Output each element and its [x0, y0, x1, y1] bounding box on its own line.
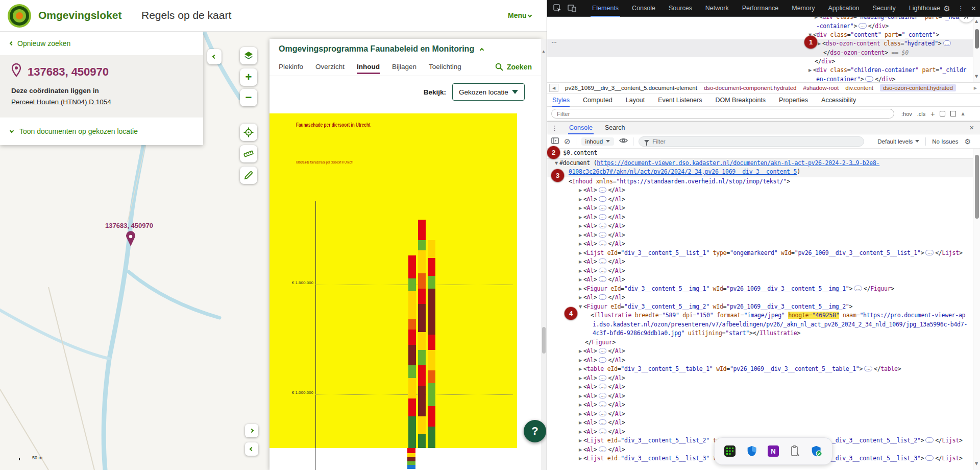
draw-button[interactable]: [240, 167, 257, 184]
console-row[interactable]: ▶<Al>…</Al>: [547, 293, 973, 302]
styles-tab-event-listeners[interactable]: Event Listeners: [658, 93, 702, 107]
menu-button[interactable]: Menu: [508, 11, 531, 19]
zoom-in-button[interactable]: +: [240, 68, 257, 86]
pan-right-button[interactable]: [245, 424, 258, 437]
more-tabs-button[interactable]: »: [933, 5, 936, 12]
kebab-menu-icon[interactable]: ⋮: [958, 5, 964, 12]
back-to-search-link[interactable]: Opnieuw zoeken: [0, 32, 203, 55]
devtools-tab-application[interactable]: Application: [821, 0, 866, 17]
devtools-tab-security[interactable]: Security: [866, 0, 902, 17]
elements-tree-row[interactable]: ▶<div class="heading-container" part="_h…: [547, 17, 980, 22]
locate-button[interactable]: [240, 124, 257, 141]
console-scrollbar[interactable]: ▼: [973, 149, 980, 470]
elements-tree-row[interactable]: </div>: [547, 57, 980, 66]
inspect-element-icon[interactable]: [553, 4, 561, 12]
console-row[interactable]: ▶<Al>…</Al>: [547, 257, 973, 267]
console-context-selector[interactable]: inhoud: [581, 137, 615, 146]
styles-tab-styles[interactable]: Styles: [552, 93, 570, 107]
console-row[interactable]: <Inhoud xmlns="https://standaarden.overh…: [547, 177, 973, 186]
console-filter-input[interactable]: [652, 138, 859, 145]
console-row[interactable]: ▶<Al>…</Al>: [547, 240, 973, 249]
measure-button[interactable]: [240, 145, 257, 162]
new-style-rule-button[interactable]: +: [930, 110, 935, 118]
console-settings-gear-icon[interactable]: ⚙: [964, 137, 971, 146]
parcel-link[interactable]: Perceel Houten (HTN04) D 1054: [11, 98, 111, 106]
scroll-up-arrow[interactable]: ▲: [961, 111, 964, 116]
breadcrumb-item[interactable]: pv26_1069__div_3__content_5.document-ele…: [565, 85, 697, 91]
crumb-scroll-left-icon[interactable]: ◀: [549, 84, 558, 92]
console-row[interactable]: ▶<Al>…</Al>: [547, 418, 973, 428]
help-button[interactable]: ?: [524, 420, 546, 442]
console-row[interactable]: ▶<Figuur eId="div_3__content_5__img_1" w…: [547, 285, 973, 294]
scrollbar-thumb[interactable]: [542, 327, 546, 354]
console-row[interactable]: ▶<Al>…</Al>: [547, 347, 973, 356]
console-row[interactable]: ▶<Al>…</Al>: [547, 356, 973, 365]
close-devtools-icon[interactable]: ×: [971, 4, 976, 13]
crumb-scroll-right-icon[interactable]: ▶: [974, 86, 977, 90]
extension-grid-icon[interactable]: [724, 445, 736, 457]
console-row[interactable]: ▶<Lijst eId="div_3__content_5__list_1" t…: [547, 249, 973, 258]
console-row[interactable]: ▶<Al>…</Al>: [547, 213, 973, 222]
console-row[interactable]: ▶<Al>…</Al>: [547, 204, 973, 213]
elements-tree-row[interactable]: ▼<div class="content" part="_content">: [547, 31, 980, 40]
device-toolbar-icon[interactable]: [568, 5, 576, 12]
collapse-panel-button[interactable]: [207, 49, 222, 64]
pan-left-button[interactable]: [245, 442, 258, 456]
clear-console-icon[interactable]: ⊘: [564, 137, 571, 146]
issues-counter[interactable]: No Issues: [932, 138, 958, 145]
scrollbar-thumb[interactable]: [975, 155, 979, 219]
console-row[interactable]: ▶<Al>…</Al>: [547, 383, 973, 392]
styles-filter-input[interactable]: [551, 109, 894, 119]
settings-gear-icon[interactable]: ⚙: [943, 4, 950, 13]
drawer-close-icon[interactable]: ×: [969, 123, 974, 132]
breadcrumb-item[interactable]: #shadow-root: [803, 85, 839, 91]
console-row[interactable]: ▶<Al>…</Al>: [547, 195, 973, 204]
extension-onenote-icon[interactable]: N: [767, 445, 779, 457]
elements-tree-row[interactable]: </dso-ozon-content> == $0: [547, 49, 980, 57]
search-button[interactable]: Zoeken: [495, 63, 532, 71]
devtools-tab-elements[interactable]: Elements: [585, 0, 625, 17]
selected-row-ellipsis[interactable]: …: [551, 38, 557, 44]
console-row[interactable]: ▶<Al>…</Al>: [547, 267, 973, 276]
tab-bijlagen[interactable]: Bijlagen: [392, 58, 416, 76]
elements-scrollbar[interactable]: ▲ ▼: [973, 17, 980, 82]
styles-tab-layout[interactable]: Layout: [626, 93, 645, 107]
scroll-down-arrow[interactable]: ▼: [975, 461, 978, 466]
console-sidebar-icon[interactable]: [551, 137, 559, 146]
drawer-kebab-icon[interactable]: ⋮: [551, 124, 558, 132]
scroll-up-arrow[interactable]: ▲: [975, 19, 978, 24]
elements-tree-row[interactable]: ▶<dso-ozon-content class="hydrated">…: [547, 39, 980, 49]
breadcrumb-item[interactable]: dso-document-component.hydrated: [704, 85, 797, 91]
toggle-documents-row[interactable]: Toon documenten op gekozen locatie: [0, 118, 203, 145]
extension-shield-icon[interactable]: [746, 445, 758, 457]
styles-tab-dom-breakpoints[interactable]: DOM Breakpoints: [715, 93, 766, 107]
extension-shield-check-icon[interactable]: [811, 445, 823, 457]
devtools-tab-console[interactable]: Console: [625, 0, 662, 17]
scrollbar-thumb[interactable]: [975, 29, 979, 49]
copy-styles-icon[interactable]: [940, 111, 945, 116]
elements-tree-row[interactable]: -container">…</div>: [547, 22, 980, 31]
elements-tree-row[interactable]: en-container">…</div>: [547, 75, 980, 82]
drawer-tab-search[interactable]: Search: [599, 121, 631, 134]
console-row[interactable]: ▼<Figuur eId="div_3__content_5__img_2" w…: [547, 302, 973, 312]
page-scrollbar[interactable]: ▲: [541, 39, 547, 470]
breadcrumb-item[interactable]: div.content: [845, 85, 873, 91]
zoom-out-button[interactable]: −: [240, 89, 257, 106]
scroll-up-arrow[interactable]: ▲: [542, 49, 546, 54]
layers-button[interactable]: [240, 47, 257, 64]
console-row[interactable]: ▶<Al>…</Al>: [547, 222, 973, 231]
console-row[interactable]: ▶<Al>…</Al>: [547, 275, 973, 285]
tab-overzicht[interactable]: Overzicht: [315, 58, 345, 76]
console-row[interactable]: ▶<table eId="div_3__content_5__table_1" …: [547, 365, 973, 374]
devtools-tab-network[interactable]: Network: [699, 0, 736, 17]
styles-tab-accessibility[interactable]: Accessibility: [821, 93, 856, 107]
cls-button[interactable]: .cls: [917, 111, 926, 117]
console-row[interactable]: › $0.content: [547, 149, 973, 158]
tab-inhoud[interactable]: Inhoud: [357, 58, 380, 76]
console-row[interactable]: <Illustratie breedte="589" dpi="150" for…: [547, 311, 973, 320]
drawer-tab-console[interactable]: Console: [563, 121, 599, 134]
console-row[interactable]: 0108c3c26cb7#/akn/nl/act/pv26/2024/2_34,…: [547, 168, 973, 177]
devtools-tab-sources[interactable]: Sources: [662, 0, 699, 17]
console-row[interactable]: i.dso.kadaster.nl/ozon/presenteren/v7/af…: [547, 320, 973, 330]
console-row[interactable]: ▶<Al>…</Al>: [547, 428, 973, 437]
